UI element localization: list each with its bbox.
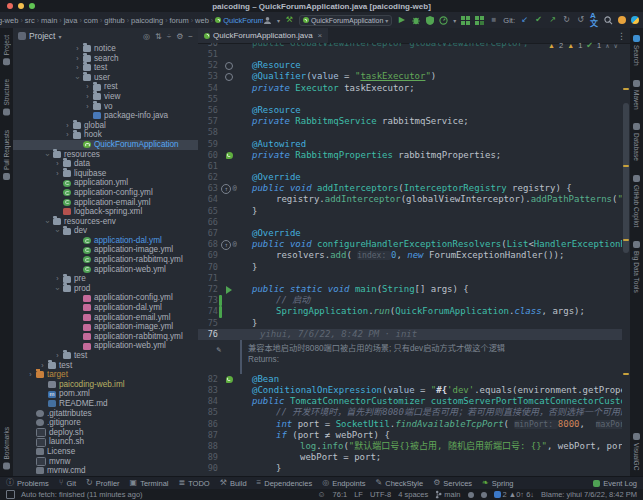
toolbar-item-endpoints[interactable]: ◎Endpoints xyxy=(322,479,365,488)
git-commit-icon[interactable]: ✔ xyxy=(534,16,543,25)
tree-item-test[interactable]: ›test xyxy=(13,63,198,73)
tree-item-target[interactable]: ›target xyxy=(13,370,198,380)
line-number[interactable]: 70 xyxy=(198,262,218,273)
history-icon[interactable]: ↻ xyxy=(562,16,571,25)
user-dropdown-caret[interactable]: ▾ xyxy=(277,17,280,24)
plugin-blue-icon[interactable] xyxy=(631,16,639,24)
bean-ring-icon[interactable] xyxy=(225,73,233,81)
line-number[interactable]: 86 xyxy=(198,419,218,430)
code-line-55[interactable]: 55 xyxy=(198,94,622,105)
tree-toggle-icon[interactable]: › xyxy=(53,227,63,236)
panel-settings-icon[interactable]: ⚙ xyxy=(176,32,183,41)
coverage-button[interactable] xyxy=(425,16,434,25)
line-number[interactable]: 58 xyxy=(198,127,218,138)
overrides-icon[interactable]: ↑ xyxy=(221,240,231,250)
prev-problem-icon[interactable]: ∧ xyxy=(605,42,609,49)
tree-item-liquibase[interactable]: ›liquibase xyxy=(13,169,198,179)
inspections-widget[interactable]: ▲2 ▲1 ✔1 ∧ ∨ xyxy=(548,41,618,50)
line-number[interactable]: 52 xyxy=(198,60,218,71)
tree-item-application-dal-yml[interactable]: application-dal.yml xyxy=(13,236,198,246)
git-update-icon[interactable]: ↙ xyxy=(520,16,529,25)
line-number[interactable]: 83 xyxy=(198,385,218,396)
debug-button[interactable] xyxy=(411,16,420,25)
tree-item-deploy-sh[interactable]: deploy.sh xyxy=(13,428,198,438)
select-opened-file-icon[interactable]: ◎ xyxy=(143,32,150,41)
line-ending-widget[interactable]: LF xyxy=(354,490,363,499)
stop-button[interactable]: ■ xyxy=(489,16,498,25)
line-number[interactable]: 75 xyxy=(198,318,218,329)
run-configuration-select[interactable]: QuickForumApplication ▾ xyxy=(299,15,392,26)
tree-item-application-web-yml[interactable]: application-web.yml xyxy=(13,341,198,351)
line-number[interactable]: 56 xyxy=(198,105,218,116)
tree-toggle-icon[interactable]: › xyxy=(43,150,53,159)
line-number[interactable]: 65 xyxy=(198,206,218,217)
tool-window-stub-visualgc[interactable]: VisualGC xyxy=(633,433,640,470)
tool-window-stub-project[interactable]: Project xyxy=(3,35,10,65)
run-button[interactable]: ▶ xyxy=(397,16,406,25)
warning-stripe-mark[interactable] xyxy=(623,373,629,375)
code-line-89[interactable]: 89webPort = port; xyxy=(198,452,622,463)
toolbar-item-dependencies[interactable]: ≡Dependencies xyxy=(257,479,313,488)
feedback-face-icon[interactable]: ☺ xyxy=(317,490,325,499)
line-number[interactable]: 76 xyxy=(198,329,218,340)
code-line-83[interactable]: 83@ConditionalOnExpression(value = "#{'d… xyxy=(198,385,622,396)
toolbar-item-git[interactable]: ⑂Git xyxy=(59,479,76,488)
build-hammer-icon[interactable]: ⚒ xyxy=(285,16,294,25)
line-number[interactable]: 68 xyxy=(198,239,218,250)
tree-item--gitignore[interactable]: .gitignore xyxy=(13,418,198,428)
toolbar-item-problems[interactable]: ⓘProblems xyxy=(6,479,49,488)
indent-widget[interactable]: 4 spaces xyxy=(398,490,428,499)
tree-item-application-config-yml[interactable]: application-config.yml xyxy=(13,293,198,303)
tree-item-dev[interactable]: ›dev xyxy=(13,226,198,236)
tree-item-mvnw-cmd[interactable]: mvnw.cmd xyxy=(13,466,198,476)
tree-item-application-email-yml[interactable]: application-email.yml xyxy=(13,313,198,323)
code-editor[interactable]: 50public GlobalViewInterceptor globalVie… xyxy=(198,43,622,477)
tree-toggle-icon[interactable]: › xyxy=(63,130,72,140)
tree-item-launch-sh[interactable]: launch.sh xyxy=(13,437,198,447)
bean-ring-icon[interactable] xyxy=(225,62,233,70)
line-number[interactable]: 89 xyxy=(198,452,218,463)
code-line-82[interactable]: 82@Bean xyxy=(198,374,622,385)
tree-toggle-icon[interactable]: › xyxy=(63,121,72,131)
tree-item-resources-env[interactable]: ›resources-env xyxy=(13,217,198,227)
spring-bean-icon[interactable] xyxy=(226,376,233,383)
code-line-70[interactable]: 70} xyxy=(198,262,622,273)
tree-item-application-dal-yml[interactable]: application-dal.yml xyxy=(13,303,198,313)
line-number[interactable]: 67 xyxy=(198,228,218,239)
tree-item-license[interactable]: License xyxy=(13,447,198,457)
breadcrumb-item[interactable]: src xyxy=(25,16,35,25)
overrides-icon[interactable]: ↑ xyxy=(221,184,231,194)
caret-position-widget[interactable]: 76:1 xyxy=(333,490,348,499)
toolbar-item-checkstyle[interactable]: ✎CheckStyle xyxy=(376,479,424,488)
line-number[interactable]: 60 xyxy=(198,150,218,161)
code-line-74[interactable]: 74SpringApplication.run(QuickForumApplic… xyxy=(198,306,622,317)
tree-toggle-icon[interactable]: › xyxy=(73,44,82,54)
expand-all-icon[interactable]: ⇅ xyxy=(155,32,162,41)
code-line-58[interactable]: 58 xyxy=(198,127,622,138)
breadcrumb-item[interactable]: forum xyxy=(170,16,189,25)
toolbar-item-terminal[interactable]: ▣Terminal xyxy=(130,479,169,488)
tool-window-stub-bookmarks[interactable]: Bookmarks xyxy=(3,427,10,470)
tool-window-switcher-icon[interactable] xyxy=(6,490,15,499)
tree-toggle-icon[interactable]: › xyxy=(53,351,62,361)
breadcrumb-item-current[interactable]: QuickForumApplication xyxy=(215,16,263,25)
line-number[interactable]: 51 xyxy=(198,49,218,60)
tree-toggle-icon[interactable]: › xyxy=(26,370,35,380)
toolbar-item-todo[interactable]: ≣TODO xyxy=(178,479,209,488)
run-dashboard-icon[interactable] xyxy=(461,16,470,25)
tree-toggle-icon[interactable]: › xyxy=(73,63,82,73)
tree-item-prod[interactable]: ›prod xyxy=(13,284,198,294)
run-main-icon[interactable] xyxy=(226,286,232,294)
tool-window-stub-structure[interactable]: Structure xyxy=(3,79,10,115)
warning-stripe-mark[interactable] xyxy=(623,239,629,241)
line-number[interactable]: 57 xyxy=(198,116,218,127)
line-number[interactable]: 72 xyxy=(198,284,218,295)
toolbar-item-build[interactable]: ⚒Build xyxy=(220,479,247,488)
tree-toggle-icon[interactable]: › xyxy=(83,92,92,102)
search-everywhere-icon[interactable] xyxy=(604,16,613,25)
tree-item-vo[interactable]: ›vo xyxy=(13,102,198,112)
breadcrumb-item[interactable]: paicoding-web xyxy=(0,16,18,25)
lock-icon[interactable] xyxy=(468,492,474,498)
code-line-51[interactable]: 51 xyxy=(198,49,622,60)
breadcrumb-item[interactable]: paicoding xyxy=(131,16,163,25)
